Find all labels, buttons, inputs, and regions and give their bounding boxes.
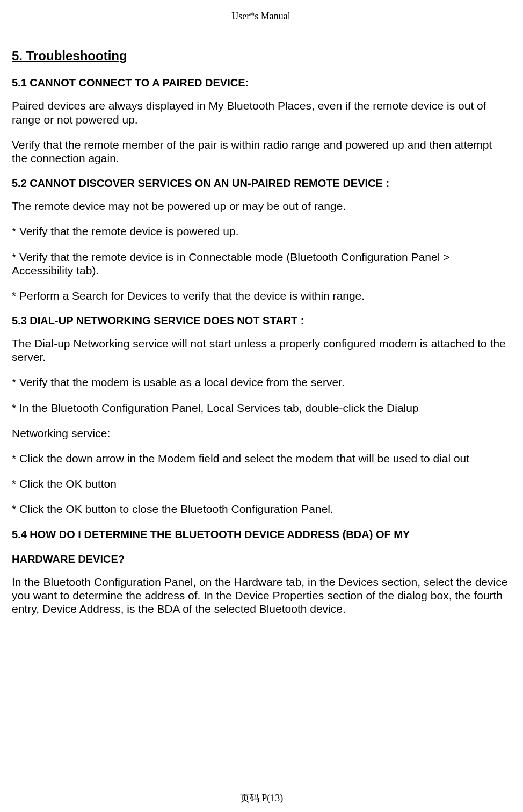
heading-lead: 5.3 D — [12, 315, 38, 327]
heading-part: A — [287, 528, 294, 540]
heading-part: D — [244, 528, 252, 540]
list-item: * Verify that the remote device is in Co… — [12, 250, 510, 277]
heading-rest: ANNOT CONNECT TO A PAIRED DEVICE: — [38, 77, 249, 89]
paragraph: Verify that the remote member of the pai… — [12, 138, 510, 165]
page: User*s Manual 5. Troubleshooting 5.1 CAN… — [0, 0, 523, 812]
heading-part: EVICE — [252, 528, 287, 540]
paragraph: The remote device may not be powered up … — [12, 199, 510, 213]
paragraph: Paired devices are always displayed in M… — [12, 99, 510, 126]
heading-part: OF MY — [373, 528, 410, 540]
subsection-5-4-heading-line2: HARDWARE DEVICE? — [12, 553, 510, 566]
heading-lead: 5.2 C — [12, 177, 38, 189]
heading-part: B — [175, 528, 182, 540]
subsection-5-4-heading-line1: 5.4 HOW DO I DETERMINE THE BLUETOOTH DEV… — [12, 528, 510, 541]
paragraph: Networking service: — [12, 426, 510, 440]
heading-lead: 5.1 C — [12, 77, 38, 89]
heading-part: N — [76, 315, 84, 327]
list-item: * Click the OK button to close the Bluet… — [12, 502, 510, 516]
heading-part: DETERMINE THE — [81, 528, 175, 540]
heading-part: DDRESS — [295, 528, 343, 540]
heading-rest: ANNOT DISCOVER SERVICES ON AN UN-PAIRED … — [38, 177, 389, 189]
subsection-5-3-heading: 5.3 DIAL-UP NETWORKING SERVICE DOES NOT … — [12, 314, 510, 327]
heading-part: IAL-UP — [38, 315, 76, 327]
paragraph: The Dial-up Networking service will not … — [12, 337, 510, 364]
list-item: * In the Bluetooth Configuration Panel, … — [12, 401, 510, 415]
section-title: 5. Troubleshooting — [12, 48, 510, 64]
list-item: * Click the down arrow in the Modem fiel… — [12, 452, 510, 465]
paragraph: In the Bluetooth Configuration Panel, on… — [12, 575, 510, 616]
list-item: * Verify that the modem is usable as a l… — [12, 375, 510, 389]
page-footer: 页码 P(13) — [0, 793, 523, 804]
subsection-5-1-heading: 5.1 CANNOT CONNECT TO A PAIRED DEVICE: — [12, 76, 510, 89]
list-item: * Click the OK button — [12, 477, 510, 490]
heading-part: (BDA) — [343, 528, 373, 540]
heading-part: OW DO — [38, 528, 78, 540]
heading-lead: 5.4 H — [12, 528, 38, 540]
list-item: * Verify that the remote device is power… — [12, 224, 510, 238]
page-header: User*s Manual — [12, 11, 510, 23]
subsection-5-2-heading: 5.2 CANNOT DISCOVER SERVICES ON AN UN-PA… — [12, 177, 510, 190]
heading-rest: ETWORKING SERVICE DOES NOT START : — [84, 315, 304, 327]
list-item: * Perform a Search for Devices to verify… — [12, 289, 510, 302]
heading-part: LUETOOTH — [183, 528, 244, 540]
